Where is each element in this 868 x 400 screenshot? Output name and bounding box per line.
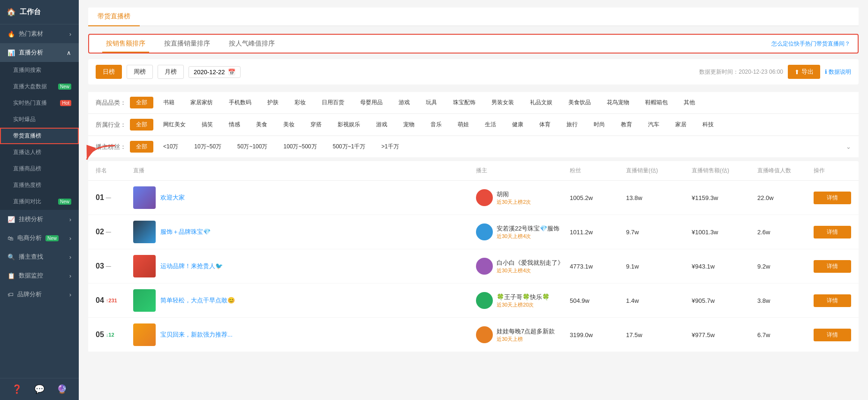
sidebar-title: 工作台 [20, 8, 41, 16]
export-button[interactable]: ⬆ 导出 [788, 65, 820, 79]
how-to-link[interactable]: 怎么定位快手热门带货直播间？ [771, 40, 850, 48]
category-btn-clothing[interactable]: 男装女装 [485, 97, 520, 108]
broadcast-title[interactable]: 欢迎大家 [160, 193, 185, 202]
period-btn-daily[interactable]: 日榜 [96, 65, 122, 79]
detail-button[interactable]: 详情 [814, 226, 851, 238]
sidebar-item-ecommerce-analysis[interactable]: 🛍 电商分析 New › [0, 229, 79, 247]
sidebar-item-live-heat-rank[interactable]: 直播热度榜 [0, 177, 79, 193]
message-icon[interactable]: 💬 [34, 384, 45, 394]
industry-btn-tech[interactable]: 科技 [696, 119, 720, 131]
industry-btn-beauty[interactable]: 美妆 [277, 119, 301, 131]
industry-btn-style[interactable]: 时尚 [588, 119, 611, 131]
data-desc-link[interactable]: ℹ 数据说明 [825, 68, 851, 76]
sidebar-sub-menu: 直播间搜索 直播大盘数据 New 实时热门直播 Hot 实时爆品 带货直播榜 直… [0, 62, 79, 210]
sidebar-item-broadcaster-find[interactable]: 🔍 播主查找 › [0, 247, 79, 266]
category-btn-toys[interactable]: 玩具 [420, 97, 443, 108]
sidebar-item-live-analysis[interactable]: 📊 直播分析 ∧ [0, 43, 79, 62]
broadcast-title[interactable]: 运动品牌！来抢贵人🐦 [160, 262, 223, 270]
sidebar-item-realtime-hot[interactable]: 实时热门直播 Hot [0, 95, 79, 111]
sidebar-item-live-compare[interactable]: 直播间对比 New [0, 193, 79, 210]
sidebar-item-live-goods-rank[interactable]: 带货直播榜 [0, 128, 79, 144]
col-action: 操作 [814, 167, 851, 175]
sidebar-item-live-big-data[interactable]: 直播大盘数据 New [0, 78, 79, 95]
sidebar-item-brand-analysis[interactable]: 🏷 品牌分析 › [0, 285, 79, 304]
broadcast-title[interactable]: 服饰＋品牌珠宝💎 [160, 228, 211, 236]
fans-btn-100-500w[interactable]: 100万~500万 [277, 141, 323, 153]
table-row: 05 ↓12 宝贝回来，新款强力推荐... 娃娃每晚7点超多新款 近30天上榜 … [88, 318, 859, 352]
date-picker[interactable]: 2020-12-22 📅 [189, 66, 241, 78]
industry-btn-health[interactable]: 健康 [506, 119, 529, 131]
new-badge-compare: New [58, 199, 71, 205]
broadcast-thumb [133, 186, 156, 209]
fans-btn-500w-1kw[interactable]: 500万~1千万 [327, 141, 372, 153]
industry-btn-comedy[interactable]: 搞笑 [196, 119, 219, 131]
industry-btn-fashion[interactable]: 穿搭 [304, 119, 328, 131]
industry-btn-baby[interactable]: 萌娃 [452, 119, 475, 131]
category-btn-phone[interactable]: 手机数码 [223, 97, 257, 108]
industry-btn-game[interactable]: 游戏 [370, 119, 393, 131]
sidebar-item-live-search[interactable]: 直播间搜索 [0, 62, 79, 78]
sidebar-item-realtime-bomb[interactable]: 实时爆品 [0, 111, 79, 128]
sidebar-item-hot-material[interactable]: 🔥 热门素材 › [0, 24, 79, 43]
sort-tab-sales-volume[interactable]: 按直播销量排序 [155, 35, 219, 53]
category-btn-pets[interactable]: 花鸟宠物 [601, 97, 635, 108]
industry-btn-emotion[interactable]: 情感 [223, 119, 246, 131]
sort-tab-peak-viewers[interactable]: 按人气峰值排序 [219, 35, 284, 53]
broadcast-title[interactable]: 宝贝回来，新款强力推荐... [160, 331, 233, 339]
mini-program-icon[interactable]: 🔮 [57, 384, 67, 394]
category-btn-jewelry[interactable]: 珠宝配饰 [447, 97, 482, 108]
fans-dropdown-arrow[interactable]: ⌄ [846, 143, 851, 150]
industry-btn-education[interactable]: 教育 [615, 119, 638, 131]
category-btn-gifts[interactable]: 礼品文娱 [524, 97, 559, 108]
category-btn-daily[interactable]: 日用百货 [316, 97, 350, 108]
category-btn-all[interactable]: 全部 [130, 97, 153, 108]
sidebar-item-chart-analysis[interactable]: 📈 挂榜分析 › [0, 210, 79, 229]
detail-button[interactable]: 详情 [814, 192, 851, 204]
broadcast-cell: 运动品牌！来抢贵人🐦 [133, 255, 476, 277]
sidebar-item-live-talent-rank[interactable]: 直播达人榜 [0, 144, 79, 161]
broadcast-title[interactable]: 简单轻松，大点干早点敢😊 [160, 296, 235, 305]
sidebar-item-data-monitor[interactable]: 📋 数据监控 › [0, 266, 79, 285]
industry-btn-all[interactable]: 全部 [130, 119, 153, 131]
industry-btn-car[interactable]: 汽车 [642, 119, 665, 131]
fans-btn-50-100w[interactable]: 50万~100万 [231, 141, 273, 153]
detail-button[interactable]: 详情 [814, 294, 851, 307]
broadcaster-name: 安若溪22号珠宝💎服饰 [497, 224, 559, 233]
broadcaster-avatar [476, 223, 493, 240]
sort-tab-sales-amount[interactable]: 按销售额排序 [97, 35, 155, 53]
tab-live-goods-rank[interactable]: 带货直播榜 [88, 8, 140, 25]
category-btn-shoes[interactable]: 鞋帽箱包 [639, 97, 674, 108]
question-icon[interactable]: ❓ [12, 384, 22, 394]
category-btn-game[interactable]: 游戏 [392, 97, 416, 108]
category-btn-books[interactable]: 书籍 [157, 97, 181, 108]
category-btn-food[interactable]: 美食饮品 [562, 97, 597, 108]
period-btn-monthly[interactable]: 月榜 [158, 65, 184, 79]
detail-button[interactable]: 详情 [814, 260, 851, 273]
broadcaster-sub: 近30天上榜2次 [497, 199, 531, 206]
industry-btn-home[interactable]: 家居 [669, 119, 693, 131]
fans-btn-lt10w[interactable]: <10万 [157, 141, 184, 153]
industry-btn-sports[interactable]: 体育 [533, 119, 557, 131]
fans-btn-10-50w[interactable]: 10万~50万 [188, 141, 227, 153]
period-btn-weekly[interactable]: 周榜 [127, 65, 153, 79]
fans-btn-gt1kw[interactable]: >1千万 [375, 141, 405, 153]
industry-btn-music[interactable]: 音乐 [424, 119, 448, 131]
detail-button[interactable]: 详情 [814, 329, 851, 341]
sidebar-item-live-goods-rank2[interactable]: 直播商品榜 [0, 161, 79, 177]
industry-btn-entertainment[interactable]: 影视娱乐 [332, 119, 366, 131]
industry-btn-life[interactable]: 生活 [479, 119, 502, 131]
industry-btn-pets[interactable]: 宠物 [397, 119, 421, 131]
sidebar-header[interactable]: 🏠 工作台 [0, 0, 79, 24]
industry-btn-food[interactable]: 美食 [250, 119, 273, 131]
category-btn-home[interactable]: 家居家纺 [184, 97, 219, 108]
category-btn-other[interactable]: 其他 [678, 97, 701, 108]
category-btn-makeup[interactable]: 彩妆 [288, 97, 312, 108]
industry-btn-travel[interactable]: 旅行 [560, 119, 584, 131]
category-btn-baby[interactable]: 母婴用品 [354, 97, 389, 108]
fans-btn-all[interactable]: 全部 [130, 141, 153, 153]
fans-value: 504.9w [570, 297, 626, 304]
industry-btn-influencer[interactable]: 网红美女 [157, 119, 192, 131]
category-btn-skincare[interactable]: 护肤 [261, 97, 285, 108]
fans-value: 3199.0w [570, 331, 626, 338]
fans-filter-label: 播主粉丝： [96, 143, 126, 151]
